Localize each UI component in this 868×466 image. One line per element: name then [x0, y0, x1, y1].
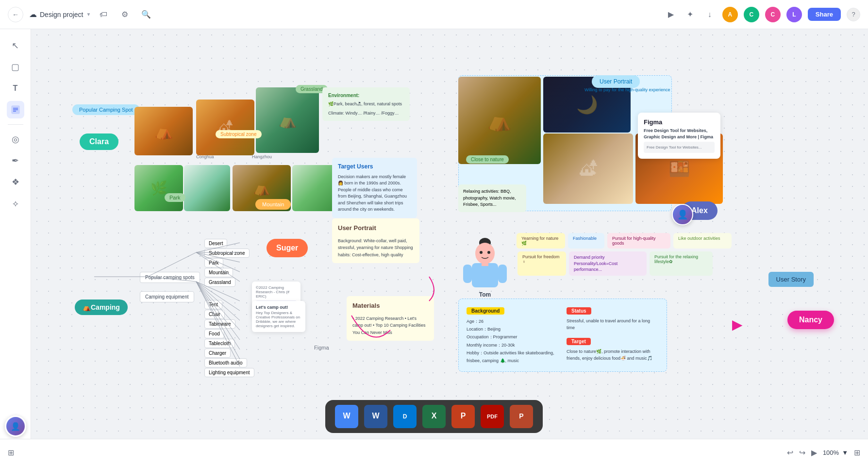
bottom-bar: ⊞ ↩ ↪ ▶ 100% ▼ ⊞	[0, 439, 868, 466]
photo-park2	[184, 165, 230, 211]
svg-text:D: D	[403, 413, 407, 420]
tool-frame[interactable]: ▢	[7, 58, 24, 76]
avatar-c2[interactable]: C	[765, 7, 781, 22]
file-pdf[interactable]: PDF	[481, 405, 504, 428]
photo-park1: 🌿	[134, 165, 183, 211]
node-desert: Desert	[204, 239, 227, 248]
figma-card: Figma Free Design Tool for Websites, Gra…	[638, 113, 720, 159]
tool-shapes[interactable]: ◎	[7, 131, 24, 148]
download-icon[interactable]: ↓	[703, 8, 717, 21]
svg-rect-28	[482, 262, 488, 266]
file-word[interactable]: W	[364, 405, 387, 428]
hangzhou-label: Hangzhou	[252, 154, 272, 159]
svg-text:W: W	[343, 412, 351, 420]
materials-card: Materials • 2022 Camping Research • Let'…	[347, 296, 434, 341]
bottom-left-controls: ⊞	[8, 448, 14, 457]
tag-highquality: Pursuit for high-quality goods	[607, 233, 670, 249]
svg-text:X: X	[432, 412, 437, 420]
popular-camping-badge: Popular Camping Spot	[72, 104, 140, 115]
suger-badge: Suger	[267, 239, 308, 257]
file-ppt[interactable]: P	[451, 405, 475, 428]
svg-text:W: W	[372, 412, 380, 420]
popular-camping-node: Popular camping spots	[140, 272, 200, 283]
tom-character-area: Tom (white-collar)	[458, 233, 512, 303]
avatar-l[interactable]: L	[786, 7, 802, 22]
tag-demand: Demand priority Personality/Look=Cost pe…	[569, 251, 647, 276]
svg-text:PDF: PDF	[487, 414, 498, 419]
user-portrait-card: User Portrait Background: White-collar, …	[332, 218, 419, 263]
user-story-button[interactable]: User Story	[768, 272, 814, 287]
tool-pen[interactable]: ✒	[7, 152, 24, 169]
photo-camping3: ⛺	[256, 87, 319, 153]
comment-icon[interactable]: ✦	[684, 8, 697, 21]
zoom-control[interactable]: 100% ▼	[823, 449, 848, 456]
relaxing-activities-card: Relaxing activities: BBQ, photography, W…	[458, 184, 526, 212]
help-button[interactable]: ?	[847, 8, 860, 21]
tag-outdoor: Like outdoor activities	[673, 233, 732, 249]
topbar-left: ← ☁ Clara Design project ▼ 🏷 ⚙ 🔍	[8, 7, 153, 22]
environment-card: Environment: 🌿Park, beach🏖, forest, natu…	[322, 87, 410, 121]
tool-connect[interactable]: ⟡	[7, 195, 24, 212]
node-lighting: Lighting equipment	[204, 368, 254, 377]
node-food: Food	[204, 329, 224, 338]
node-tableware: Tableware	[204, 319, 235, 329]
bottom-screen-icon[interactable]: ⊞	[8, 448, 14, 457]
share-button[interactable]: Share	[808, 8, 841, 21]
mountain-label: Mountain	[255, 199, 291, 210]
camping-badge: ⛺Camping	[75, 300, 128, 315]
tool-component[interactable]: ❖	[7, 173, 24, 191]
search-icon[interactable]: 🔍	[139, 8, 153, 21]
tool-cursor[interactable]: ↖	[7, 37, 24, 54]
nancy-info-panel: Background Age：26 Location：Beijing Occup…	[458, 299, 667, 372]
file-dock: W W D X P PDF P	[325, 400, 543, 433]
topbar-icons: 🏷 ⚙ 🔍	[97, 8, 153, 21]
tag-fashionable: Fashionable	[568, 233, 604, 249]
project-title: Design project	[40, 11, 83, 18]
file-excel[interactable]: X	[422, 405, 446, 428]
topbar: ← ☁ Clara Design project ▼ 🏷 ⚙ 🔍 ▶ ✦ ↓ A…	[0, 0, 868, 29]
project-name[interactable]: ☁ Clara Design project ▼	[29, 10, 91, 19]
lets-camp-card: Let's camp out! Hey Top Designers & Crea…	[252, 301, 305, 332]
layout-button[interactable]: ⊞	[854, 448, 860, 457]
figma-label-bottom: Figma	[314, 345, 329, 350]
nancy-button[interactable]: Nancy	[787, 311, 834, 329]
svg-rect-25	[472, 263, 498, 287]
avatar-a[interactable]: A	[722, 7, 738, 22]
file-pptx[interactable]: P	[510, 405, 533, 428]
user-avatar[interactable]: 👤	[5, 416, 26, 437]
sidebar-divider	[8, 124, 23, 125]
left-sidebar: ↖ ▢ T ◎ ✒ ❖ ⟡ 👤 ···	[0, 29, 31, 466]
redo-button[interactable]: ↪	[799, 448, 805, 457]
tag-lifestyle: Pursuit for the relaxing lifestyle✿	[650, 251, 713, 276]
tom-svg	[458, 233, 512, 291]
label-icon[interactable]: 🏷	[97, 8, 110, 21]
avatar-c1[interactable]: C	[744, 7, 759, 22]
tool-sticky[interactable]	[7, 101, 24, 118]
node-subtropical: Subtropical zone	[204, 249, 250, 258]
topbar-right: ▶ ✦ ↓ A C C L Share ?	[664, 7, 860, 22]
undo-button[interactable]: ↩	[787, 448, 793, 457]
user-profile-avatar: 👤	[672, 204, 693, 225]
conghua-label: Conghua	[196, 154, 214, 159]
status-target-section: Status Stressful, unable to travel aroun…	[567, 306, 659, 365]
canvas: Popular Camping Spot Clara Desert ⛺ 🏕 ⛺ …	[31, 29, 868, 439]
right-photo-camping: 🏕	[543, 133, 633, 204]
node-grassland: Grassland	[204, 278, 235, 287]
svg-text:P: P	[519, 412, 523, 420]
play-button-bottom[interactable]: ▶	[811, 448, 817, 457]
tool-text[interactable]: T	[7, 80, 24, 97]
svg-rect-26	[463, 265, 472, 283]
file-doc[interactable]: W	[335, 405, 358, 428]
svg-rect-27	[498, 265, 507, 283]
file-docx[interactable]: D	[393, 405, 417, 428]
play-icon[interactable]: ▶	[664, 8, 678, 21]
user-portrait-badge: User Portrait	[592, 75, 640, 88]
arrow-pointer-pink: ▶	[732, 316, 743, 333]
svg-text:P: P	[461, 412, 466, 420]
settings-icon[interactable]: ⚙	[118, 8, 132, 21]
svg-point-22	[475, 243, 495, 264]
back-button[interactable]: ←	[8, 7, 23, 22]
background-section: Background Age：26 Location：Beijing Occup…	[467, 306, 559, 365]
svg-point-23	[480, 251, 483, 254]
park-label-badge: Park	[165, 193, 185, 202]
